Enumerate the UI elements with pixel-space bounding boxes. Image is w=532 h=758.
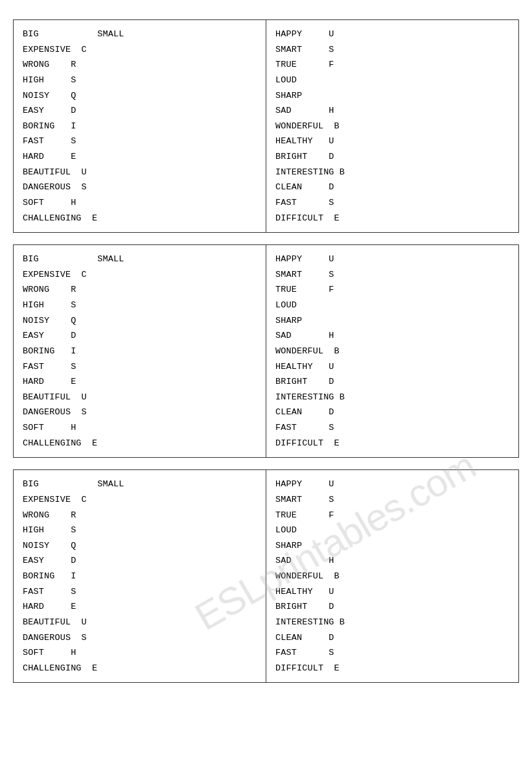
list-item: INTERESTING B: [275, 390, 509, 405]
list-item: FAST S: [275, 195, 509, 211]
list-item: EXPENSIVE C: [23, 267, 257, 283]
card-3: BIG SMALLEXPENSIVE CWRONG RHIGH SNOISY Q…: [13, 469, 519, 683]
list-item: WONDERFUL B: [275, 569, 509, 584]
list-item: HIGH S: [23, 73, 257, 88]
card-1-right: HAPPY USMART STRUE FLOUDSHARPSAD HWONDER…: [266, 20, 518, 232]
list-item: FAST S: [275, 420, 509, 436]
list-item: DANGEROUS S: [23, 405, 257, 420]
list-item: SAD H: [275, 328, 509, 344]
list-item: SOFT H: [23, 645, 257, 661]
list-item: SAD H: [275, 103, 509, 119]
card-2-left: BIG SMALLEXPENSIVE CWRONG RHIGH SNOISY Q…: [14, 245, 266, 457]
list-item: DANGEROUS S: [23, 630, 257, 646]
list-item: FAST S: [23, 134, 257, 149]
list-item: BIG SMALL: [23, 27, 257, 42]
list-item: INTERESTING B: [275, 615, 509, 630]
list-item: BEAUTIFUL U: [23, 615, 257, 630]
list-item: SMART S: [275, 42, 509, 58]
list-item: SMART S: [275, 267, 509, 283]
list-item: NOISY Q: [23, 538, 257, 554]
list-item: TRUE F: [275, 282, 509, 298]
card-3-right: HAPPY USMART STRUE FLOUDSHARPSAD HWONDER…: [266, 470, 518, 682]
list-item: CHALLENGING E: [23, 661, 257, 676]
list-item: DIFFICULT E: [275, 661, 509, 676]
list-item: WONDERFUL B: [275, 119, 509, 134]
list-item: HARD E: [23, 599, 257, 615]
list-item: BIG SMALL: [23, 252, 257, 267]
list-item: LOUD: [275, 298, 509, 313]
list-item: BRIGHT D: [275, 149, 509, 165]
worksheet-container: BIG SMALLEXPENSIVE CWRONG RHIGH SNOISY Q…: [13, 19, 519, 683]
list-item: BRIGHT D: [275, 599, 509, 615]
list-item: BEAUTIFUL U: [23, 165, 257, 180]
list-item: SOFT H: [23, 420, 257, 436]
list-item: EASY D: [23, 553, 257, 569]
list-item: EXPENSIVE C: [23, 42, 257, 58]
list-item: FAST S: [23, 359, 257, 375]
card-2-right: HAPPY USMART STRUE FLOUDSHARPSAD HWONDER…: [266, 245, 518, 457]
list-item: INTERESTING B: [275, 165, 509, 180]
list-item: DIFFICULT E: [275, 211, 509, 226]
list-item: LOUD: [275, 73, 509, 88]
card-2: BIG SMALLEXPENSIVE CWRONG RHIGH SNOISY Q…: [13, 244, 519, 458]
list-item: HAPPY U: [275, 252, 509, 267]
list-item: HEALTHY U: [275, 584, 509, 600]
list-item: CLEAN D: [275, 405, 509, 420]
list-item: SHARP: [275, 88, 509, 104]
list-item: EASY D: [23, 103, 257, 119]
list-item: WONDERFUL B: [275, 344, 509, 359]
list-item: EXPENSIVE C: [23, 492, 257, 508]
list-item: NOISY Q: [23, 88, 257, 104]
list-item: BORING I: [23, 344, 257, 359]
list-item: HAPPY U: [275, 27, 509, 42]
list-item: CHALLENGING E: [23, 436, 257, 451]
list-item: HEALTHY U: [275, 134, 509, 149]
card-3-left: BIG SMALLEXPENSIVE CWRONG RHIGH SNOISY Q…: [14, 470, 266, 682]
list-item: HARD E: [23, 149, 257, 165]
list-item: WRONG R: [23, 57, 257, 73]
list-item: SHARP: [275, 538, 509, 554]
list-item: CLEAN D: [275, 630, 509, 646]
list-item: SAD H: [275, 553, 509, 569]
list-item: HARD E: [23, 374, 257, 390]
list-item: DANGEROUS S: [23, 180, 257, 195]
list-item: SHARP: [275, 313, 509, 329]
card-1: BIG SMALLEXPENSIVE CWRONG RHIGH SNOISY Q…: [13, 19, 519, 233]
list-item: HAPPY U: [275, 477, 509, 492]
list-item: WRONG R: [23, 282, 257, 298]
list-item: TRUE F: [275, 508, 509, 523]
list-item: LOUD: [275, 523, 509, 538]
list-item: SOFT H: [23, 195, 257, 211]
list-item: EASY D: [23, 328, 257, 344]
list-item: BORING I: [23, 119, 257, 134]
list-item: BEAUTIFUL U: [23, 390, 257, 405]
list-item: HEALTHY U: [275, 359, 509, 375]
list-item: WRONG R: [23, 508, 257, 523]
list-item: FAST S: [23, 584, 257, 600]
list-item: HIGH S: [23, 523, 257, 538]
list-item: FAST S: [275, 645, 509, 661]
list-item: CLEAN D: [275, 180, 509, 195]
list-item: TRUE F: [275, 57, 509, 73]
list-item: NOISY Q: [23, 313, 257, 329]
list-item: BIG SMALL: [23, 477, 257, 492]
list-item: SMART S: [275, 492, 509, 508]
list-item: CHALLENGING E: [23, 211, 257, 226]
list-item: BRIGHT D: [275, 374, 509, 390]
list-item: DIFFICULT E: [275, 436, 509, 451]
card-1-left: BIG SMALLEXPENSIVE CWRONG RHIGH SNOISY Q…: [14, 20, 266, 232]
list-item: HIGH S: [23, 298, 257, 313]
list-item: BORING I: [23, 569, 257, 584]
